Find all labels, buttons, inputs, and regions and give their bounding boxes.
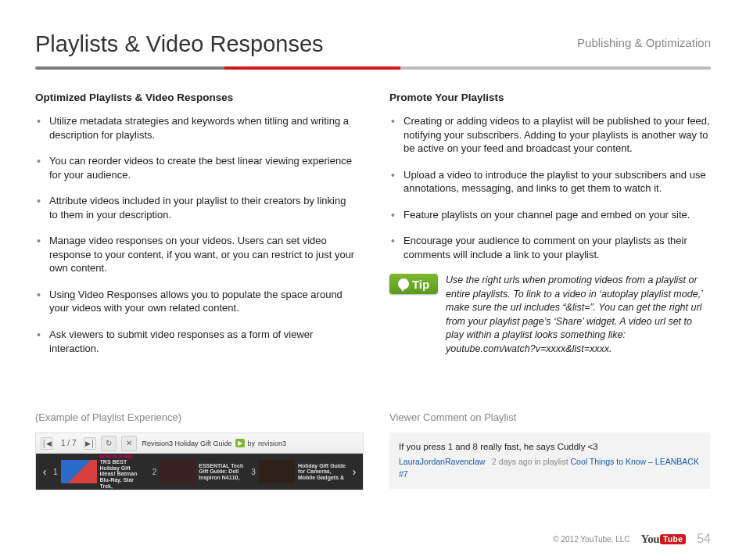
playlist-item[interactable]: 2 ESSENTIAL Tech Gift Guide: Dell Inspir… xyxy=(152,460,247,483)
video-thumbnail xyxy=(160,460,195,483)
comment-when: 2 days ago in playlist xyxy=(492,457,568,466)
playlist-item-title: TRS BEST Holiday Gift Ideas! Batman Blu-… xyxy=(100,459,148,489)
repeat-icon[interactable]: ↻ xyxy=(101,436,117,451)
playlist-item-title: Holiday Gift Guide for Cameras, Mobile G… xyxy=(298,463,346,481)
page-number: 54 xyxy=(697,532,711,546)
playlist-screenshot: │◀ 1 / 7 ▶│ ↻ ✕ Revision3 Holiday Gift G… xyxy=(35,433,364,490)
video-thumbnail xyxy=(259,460,295,483)
tip-box: Tip Use the right urls when promoting vi… xyxy=(389,274,711,356)
list-item: Encourage your audience to comment on yo… xyxy=(389,234,711,261)
divider-bar xyxy=(35,66,711,70)
list-item: Utilize metadata strategies and keywords… xyxy=(35,114,357,142)
comment-text: If you press 1 and 8 really fast, he say… xyxy=(399,440,701,454)
playlist-by-name: revision3 xyxy=(258,440,286,447)
list-item: Creating or adding videos to a playlist … xyxy=(389,114,711,156)
list-item: Attribute videos included in your playli… xyxy=(35,194,357,221)
comment-screenshot: If you press 1 and 8 really fast, he say… xyxy=(389,433,710,489)
youtube-logo: You Tube xyxy=(641,533,687,546)
list-item: Upload a video to introduce the playlist… xyxy=(389,168,711,196)
list-item: You can reorder videos to create the bes… xyxy=(35,154,357,181)
left-heading: Optimized Playlists & Video Responses xyxy=(35,92,357,103)
example-right-label: Viewer Comment on Playlist xyxy=(389,411,711,423)
right-heading: Promote Your Playlists xyxy=(389,92,711,103)
video-thumbnail xyxy=(61,460,97,483)
speech-bubble-icon xyxy=(398,278,409,289)
right-bullet-list: Creating or adding videos to a playlist … xyxy=(389,114,711,261)
youtube-logo-you: You xyxy=(641,533,660,546)
example-left-label: (Example of Playlist Experience) xyxy=(35,411,357,423)
playlist-item-title: ESSENTIAL Tech Gift Guide: Dell Inspiron… xyxy=(199,463,246,481)
list-item: Ask viewers to submit video responses as… xyxy=(35,328,357,355)
list-item: Manage video responses on your videos. U… xyxy=(35,234,357,275)
scroll-right-icon[interactable]: › xyxy=(350,465,358,478)
playlist-item[interactable]: 1 NOW PLAYING TRS BEST Holiday Gift Idea… xyxy=(53,454,148,489)
playlist-item[interactable]: 3 Holiday Gift Guide for Cameras, Mobile… xyxy=(251,460,346,483)
list-item: Using Video Responses allows you to popu… xyxy=(35,288,357,315)
next-track-icon[interactable]: ▶│ xyxy=(84,437,96,450)
playlist-by-prefix: by xyxy=(248,440,256,447)
section-label: Publishing & Optimization xyxy=(577,36,711,49)
playlist-item-num: 2 xyxy=(152,468,157,476)
left-bullet-list: Utilize metadata strategies and keywords… xyxy=(35,114,357,355)
youtube-logo-tube: Tube xyxy=(660,534,686,544)
copyright: © 2012 YouTube, LLC xyxy=(553,535,629,544)
list-item: Feature playlists on your channel page a… xyxy=(389,208,711,222)
playlist-title: Revision3 Holiday Gift Guide xyxy=(142,440,231,447)
comment-user-link[interactable]: LauraJordanRavenclaw xyxy=(399,457,485,466)
scroll-left-icon[interactable]: ‹ xyxy=(41,465,48,478)
tip-badge-label: Tip xyxy=(412,278,429,291)
playlist-by-badge: ▶ xyxy=(235,439,245,447)
tip-badge: Tip xyxy=(389,274,438,294)
playlist-item-num: 1 xyxy=(53,468,58,476)
prev-track-icon[interactable]: │◀ xyxy=(41,437,53,450)
playlist-item-num: 3 xyxy=(251,468,256,476)
shuffle-icon[interactable]: ✕ xyxy=(121,436,137,451)
tip-text: Use the right urls when promoting videos… xyxy=(446,274,711,356)
playlist-count: 1 / 7 xyxy=(58,439,79,447)
